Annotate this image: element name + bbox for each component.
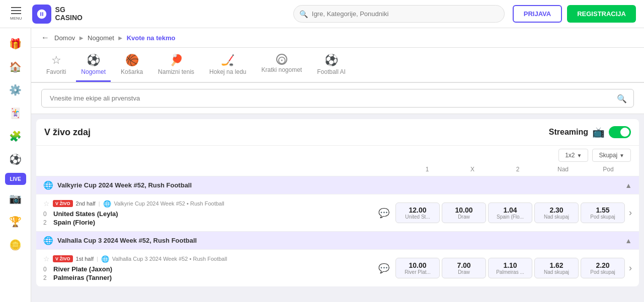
odd-btn-4[interactable]: 2.30 Nad skupaj <box>534 203 579 223</box>
odd-btn-2-3[interactable]: 1.10 Palmeiras ... <box>488 258 532 278</box>
globe-icon-2: 🌐 <box>43 236 53 245</box>
sidebar-item-camera[interactable]: 📷 <box>5 188 26 209</box>
col-label-pod: Pod <box>586 166 631 173</box>
search-icon: 🔍 <box>299 10 308 18</box>
nogomet-icon: ⚽ <box>87 54 100 67</box>
tab-kratki-nogomet[interactable]: ⊙ Kratki nogomet <box>257 51 307 82</box>
match-group-valhalla: 🌐 Valhalla Cup 3 2024 Week #52, Rush Foo… <box>36 231 639 286</box>
odd-btn-3[interactable]: 1.04 Spain (Flo... <box>488 203 532 223</box>
favorite-star[interactable]: ☆ <box>43 199 50 208</box>
live-badge: V ŽIVO <box>53 200 73 207</box>
favorite-star-2[interactable]: ☆ <box>43 255 50 263</box>
team1-name: United States (Leyla) <box>53 210 118 218</box>
expand-btn-1[interactable]: › <box>629 208 632 218</box>
chat-icon-2[interactable]: 💬 <box>378 263 389 274</box>
team2-row-2: 2 Palmeiras (Tanner) <box>43 274 372 281</box>
chat-icon[interactable]: 💬 <box>378 208 389 219</box>
odds-controls: 1x2 ▼ Skupaj ▼ <box>36 145 639 165</box>
streaming-area: Streaming 📺 <box>549 126 631 138</box>
pipe: | <box>99 200 100 207</box>
breadcrumb-current: Kvote na tekmo <box>127 34 176 42</box>
live-badge-2: V ŽIVO <box>53 255 73 262</box>
collapse-icon: ▲ <box>625 181 632 189</box>
content-area: ← Domov ► Nogomet ► Kvote na tekmo ☆ Fav… <box>31 28 644 302</box>
globe-small: 🌐 <box>103 200 111 208</box>
match-group-title-valhalla: 🌐 Valhalla Cup 3 2024 Week #52, Rush Foo… <box>43 236 197 245</box>
sidebar-item-gift[interactable]: 🎁 <box>5 33 26 54</box>
left-sidebar: 🎁 🏠 ⚙️ 🃏 🧩 ⚽ LIVE 📷 🏆 🪙 <box>0 28 31 302</box>
dropdown-1x2[interactable]: 1x2 ▼ <box>558 149 588 162</box>
hamburger-menu[interactable]: MENU <box>8 5 24 23</box>
odd-btn-2[interactable]: 10.00 Draw <box>442 203 486 223</box>
breadcrumb-sport[interactable]: Nogomet <box>88 34 114 42</box>
sidebar-item-coin[interactable]: 🪙 <box>5 234 26 255</box>
menu-label: MENU <box>10 16 22 21</box>
odd-btn-2-4[interactable]: 1.62 Nad skupaj <box>534 258 579 278</box>
hokej-icon: 🏒 <box>221 54 234 67</box>
global-search-input[interactable] <box>293 5 505 23</box>
tab-namizni-tenis[interactable]: 🏓 Namizni tenis <box>153 51 199 82</box>
streaming-toggle[interactable] <box>609 126 631 138</box>
team-search-input[interactable] <box>41 89 634 108</box>
tv-icon: 📺 <box>592 126 605 138</box>
logo-text: SG CASINO <box>55 6 83 22</box>
match-row: ☆ V ŽIVO 2nd half | 🌐 Valkyrie Cup 2024 … <box>36 194 639 231</box>
team2-name: Spain (Florie) <box>53 219 95 226</box>
match-group-header-valkyrie[interactable]: 🌐 Valkyrie Cup 2024 Week #52, Rush Footb… <box>36 176 639 194</box>
chevron-down-icon: ▼ <box>577 153 582 158</box>
collapse-icon-2: ▲ <box>625 237 632 245</box>
match-meta-2: ☆ V ŽIVO 1st half | 🌐 Valhalla Cup 3 202… <box>43 255 372 263</box>
expand-btn-2[interactable]: › <box>629 263 632 273</box>
col-label-1: 1 <box>405 166 450 173</box>
odd-btn-2-5[interactable]: 2.20 Pod skupaj <box>581 258 625 278</box>
breadcrumb-back[interactable]: ← <box>41 33 49 42</box>
globe-small-2: 🌐 <box>101 255 109 263</box>
kratki-nogomet-icon: ⊙ <box>276 54 287 65</box>
tab-football-ai[interactable]: ⚽ Football AI <box>312 51 351 82</box>
sidebar-item-live[interactable]: LIVE <box>5 173 26 185</box>
col-label-2: 2 <box>495 166 540 173</box>
sidebar-item-settings[interactable]: ⚙️ <box>5 79 26 100</box>
col-label-x: X <box>450 166 495 173</box>
team1-score: 0 <box>43 211 50 218</box>
chevron-down-icon-2: ▼ <box>619 153 624 158</box>
match-teams: 0 United States (Leyla) 2 Spain (Florie) <box>43 210 372 226</box>
globe-icon: 🌐 <box>43 180 53 190</box>
match-group-header-valhalla[interactable]: 🌐 Valhalla Cup 3 2024 Week #52, Rush Foo… <box>36 232 639 249</box>
odd-btn-5[interactable]: 1.55 Pod skupaj <box>581 203 625 223</box>
dropdown-skupaj[interactable]: Skupaj ▼ <box>592 149 631 162</box>
odd-btn-2-2[interactable]: 7.00 Draw <box>442 258 486 278</box>
sidebar-item-cards[interactable]: 🃏 <box>5 103 26 124</box>
content-search-icon: 🔍 <box>617 93 627 103</box>
match-info: ☆ V ŽIVO 2nd half | 🌐 Valkyrie Cup 2024 … <box>43 199 372 226</box>
odd-btn-1[interactable]: 12.00 United St... <box>395 203 440 223</box>
team1-row-2: 0 River Plate (Jaxon) <box>43 265 372 273</box>
tab-kosarka[interactable]: 🏀 Košarka <box>116 51 148 82</box>
main-layout: 🎁 🏠 ⚙️ 🃏 🧩 ⚽ LIVE 📷 🏆 🪙 ← Domov ► Nogome… <box>0 28 644 302</box>
match-group-valkyrie: 🌐 Valkyrie Cup 2024 Week #52, Rush Footb… <box>36 176 639 231</box>
team1-row: 0 United States (Leyla) <box>43 210 372 218</box>
odd-btn-2-1[interactable]: 10.00 River Plat... <box>395 258 440 278</box>
login-button[interactable]: PRIJAVA <box>513 5 562 23</box>
register-button[interactable]: REGISTRACIJA <box>567 5 636 23</box>
team1-score-2: 0 <box>43 266 50 273</box>
logo-icon <box>32 5 51 24</box>
sidebar-item-sports[interactable]: ⚽ <box>5 149 26 170</box>
breadcrumb-home[interactable]: Domov <box>54 34 75 42</box>
favoriti-icon: ☆ <box>51 54 61 67</box>
football-ai-icon: ⚽ <box>325 54 338 67</box>
tab-hokej[interactable]: 🏒 Hokej na ledu <box>204 51 251 82</box>
tab-favoriti[interactable]: ☆ Favoriti <box>41 51 71 82</box>
live-header: V živo zdaj Streaming 📺 <box>36 119 639 145</box>
breadcrumb-sep2: ► <box>117 34 124 42</box>
sidebar-item-trophy[interactable]: 🏆 <box>5 211 26 232</box>
logo: SG CASINO <box>32 5 83 24</box>
odds-col-labels: 1 X 2 Nad Pod <box>36 165 639 176</box>
tab-nogomet[interactable]: ⚽ Nogomet <box>76 51 111 82</box>
sidebar-item-puzzle[interactable]: 🧩 <box>5 126 26 147</box>
sidebar-item-home[interactable]: 🏠 <box>5 56 26 77</box>
match-meta: ☆ V ŽIVO 2nd half | 🌐 Valkyrie Cup 2024 … <box>43 199 372 208</box>
col-label-nad: Nad <box>540 166 586 173</box>
odds-buttons-1: 12.00 United St... 10.00 Draw 1.04 Spain… <box>395 203 625 223</box>
kosarka-icon: 🏀 <box>125 54 139 67</box>
